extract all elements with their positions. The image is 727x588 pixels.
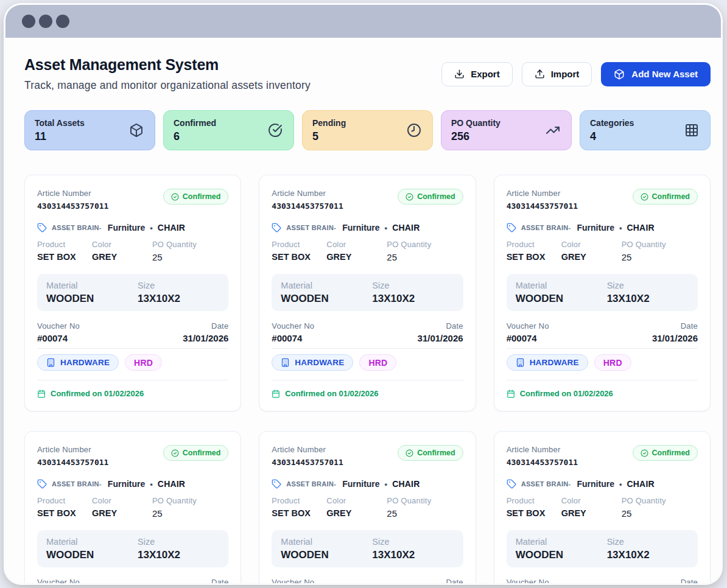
trending-up-icon bbox=[546, 123, 560, 138]
date-label: Date bbox=[211, 578, 228, 583]
voucher-value: #00074 bbox=[272, 332, 314, 344]
article-number-value: 430314453757011 bbox=[507, 457, 578, 469]
asset-card: Article Number 430314453757011 Confirmed… bbox=[494, 175, 711, 411]
po-quantity-label: PO Quantity bbox=[152, 240, 197, 250]
size-value: 13X10X2 bbox=[607, 548, 650, 561]
product-label: Product bbox=[272, 240, 326, 250]
po-quantity-label: PO Quantity bbox=[152, 496, 197, 506]
header-actions: Export Import Add New Asset bbox=[441, 62, 711, 86]
circle-check-icon bbox=[406, 449, 413, 457]
product-label: Product bbox=[37, 240, 92, 250]
confirmed-footer: Confirmed on 01/02/2026 bbox=[507, 389, 698, 398]
date-value: 31/01/2026 bbox=[418, 332, 463, 344]
category-row: ASSET BRAIN- Furniture • CHAIR bbox=[272, 222, 463, 234]
hrd-badge-label: HRD bbox=[603, 358, 622, 368]
tag-icon bbox=[507, 479, 516, 489]
page-header: Asset Management System Track, manage an… bbox=[24, 56, 711, 92]
brand-label: ASSET BRAIN- bbox=[286, 224, 336, 231]
material-size-panel: Material WOODEN Size 13X10X2 bbox=[272, 274, 463, 311]
category-row: ASSET BRAIN- Furniture • CHAIR bbox=[37, 478, 228, 490]
stats-row: Total Assets 11 Confirmed 6 Pending bbox=[24, 110, 711, 150]
upload-icon bbox=[535, 69, 545, 79]
stat-label: PO Quantity bbox=[451, 118, 500, 128]
hardware-badge-label: HARDWARE bbox=[60, 358, 110, 367]
circle-check-icon bbox=[171, 193, 179, 201]
status-badge-label: Confirmed bbox=[652, 192, 690, 201]
status-badge: Confirmed bbox=[398, 189, 463, 205]
status-badge: Confirmed bbox=[398, 445, 463, 461]
po-quantity-value: 25 bbox=[387, 508, 431, 519]
category-label: Furniture bbox=[108, 479, 145, 489]
subcategory-label: CHAIR bbox=[158, 223, 185, 233]
export-label: Export bbox=[471, 69, 500, 79]
material-size-panel: Material WOODEN Size 13X10X2 bbox=[507, 274, 698, 311]
page-title: Asset Management System bbox=[24, 56, 311, 74]
color-value: GREY bbox=[326, 251, 387, 263]
voucher-label: Voucher No bbox=[507, 578, 549, 583]
date-label: Date bbox=[446, 578, 463, 583]
po-quantity-value: 25 bbox=[152, 508, 197, 519]
check-circle-icon bbox=[268, 123, 283, 138]
hardware-badge-label: HARDWARE bbox=[530, 358, 579, 367]
color-value: GREY bbox=[326, 508, 387, 519]
hardware-badge: HARDWARE bbox=[507, 354, 588, 371]
tag-icon bbox=[37, 479, 47, 489]
confirmed-footer: Confirmed on 01/02/2026 bbox=[37, 389, 228, 398]
subcategory-label: CHAIR bbox=[627, 223, 655, 233]
asset-card-grid: Article Number 430314453757011 Confirmed… bbox=[24, 175, 711, 583]
separator-dot: • bbox=[619, 480, 622, 489]
package-icon bbox=[614, 69, 625, 80]
size-label: Size bbox=[372, 536, 415, 547]
window-control-close[interactable] bbox=[22, 15, 35, 28]
color-label: Color bbox=[561, 240, 622, 250]
product-value: SET BOX bbox=[272, 251, 326, 263]
status-badge-label: Confirmed bbox=[417, 192, 455, 201]
separator-dot: • bbox=[385, 480, 388, 489]
window-control-maximize[interactable] bbox=[56, 15, 69, 28]
po-quantity-label: PO Quantity bbox=[387, 240, 431, 250]
add-new-asset-button[interactable]: Add New Asset bbox=[601, 62, 711, 86]
date-value: 31/01/2026 bbox=[652, 332, 698, 344]
stat-card: Categories 4 bbox=[580, 110, 711, 150]
voucher-value: #00074 bbox=[37, 332, 80, 344]
article-number-label: Article Number bbox=[272, 445, 343, 455]
building-icon bbox=[281, 358, 290, 367]
hrd-badge-label: HRD bbox=[134, 358, 153, 368]
circle-check-icon bbox=[641, 193, 648, 201]
product-value: SET BOX bbox=[37, 508, 92, 519]
status-badge-label: Confirmed bbox=[183, 449, 221, 457]
tag-badges: HARDWARE HRD bbox=[507, 354, 698, 371]
article-number-label: Article Number bbox=[37, 445, 108, 455]
calendar-icon bbox=[37, 390, 46, 398]
stat-label: Pending bbox=[312, 118, 346, 128]
date-label: Date bbox=[211, 321, 228, 331]
export-button[interactable]: Export bbox=[441, 62, 513, 86]
import-button[interactable]: Import bbox=[522, 62, 592, 86]
subcategory-label: CHAIR bbox=[392, 479, 420, 489]
status-badge: Confirmed bbox=[163, 189, 229, 205]
product-label: Product bbox=[37, 496, 92, 506]
circle-check-icon bbox=[641, 449, 648, 457]
material-label: Material bbox=[46, 280, 138, 291]
category-label: Furniture bbox=[342, 479, 379, 489]
stat-card: PO Quantity 256 bbox=[441, 110, 572, 150]
hardware-badge-label: HARDWARE bbox=[295, 358, 344, 367]
calendar-icon bbox=[272, 390, 280, 398]
category-row: ASSET BRAIN- Furniture • CHAIR bbox=[507, 222, 698, 234]
po-quantity-value: 25 bbox=[622, 251, 666, 263]
article-number-label: Article Number bbox=[272, 189, 343, 198]
asset-card: Article Number 430314453757011 Confirmed… bbox=[24, 175, 241, 411]
stat-label: Confirmed bbox=[174, 118, 216, 128]
stat-label: Total Assets bbox=[35, 118, 85, 128]
category-row: ASSET BRAIN- Furniture • CHAIR bbox=[272, 478, 463, 490]
circle-check-icon bbox=[406, 193, 413, 201]
material-size-panel: Material WOODEN Size 13X10X2 bbox=[507, 530, 698, 567]
subcategory-label: CHAIR bbox=[158, 479, 185, 489]
window-control-minimize[interactable] bbox=[39, 15, 52, 28]
color-label: Color bbox=[92, 496, 152, 506]
package-icon bbox=[129, 123, 144, 138]
subcategory-label: CHAIR bbox=[627, 479, 655, 489]
subcategory-label: CHAIR bbox=[392, 223, 420, 233]
circle-check-icon bbox=[171, 449, 179, 457]
article-number-value: 430314453757011 bbox=[272, 457, 343, 469]
